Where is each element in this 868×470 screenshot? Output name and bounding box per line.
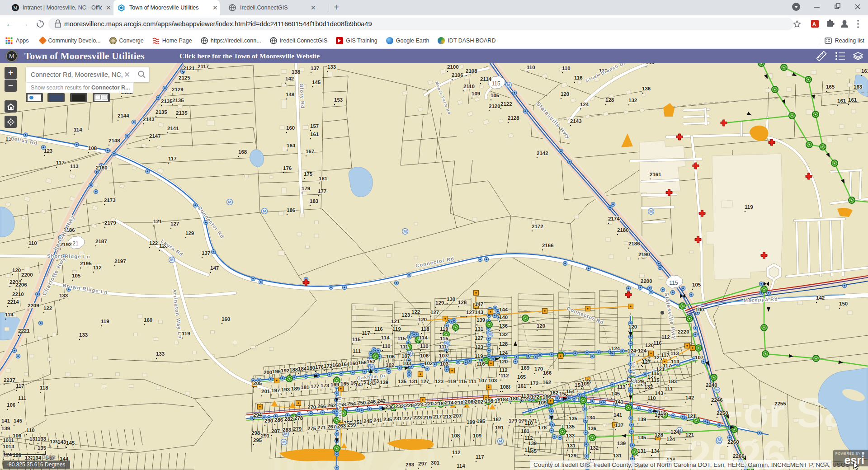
- svg-text:193: 193: [281, 387, 290, 392]
- svg-text:152: 152: [367, 359, 375, 364]
- svg-text:119: 119: [475, 353, 483, 359]
- svg-text:M: M: [170, 258, 174, 262]
- svg-text:184: 184: [298, 366, 307, 371]
- svg-text:108: 108: [451, 433, 460, 438]
- svg-text:131: 131: [567, 443, 576, 448]
- svg-text:2260: 2260: [727, 439, 739, 445]
- svg-text:115: 115: [651, 377, 660, 383]
- svg-text:176: 176: [283, 165, 292, 171]
- svg-text:2108: 2108: [466, 68, 477, 74]
- svg-text:111: 111: [468, 379, 477, 384]
- svg-text:161: 161: [518, 383, 527, 389]
- svg-text:219: 219: [423, 415, 432, 420]
- svg-text:111: 111: [400, 344, 409, 349]
- svg-text:189: 189: [291, 386, 300, 391]
- svg-text:246: 246: [367, 399, 376, 404]
- svg-text:161: 161: [861, 68, 868, 74]
- svg-text:224: 224: [415, 402, 424, 407]
- svg-text:114: 114: [5, 312, 14, 317]
- svg-text:2135: 2135: [161, 99, 173, 104]
- svg-text:275: 275: [307, 426, 316, 431]
- svg-text:124: 124: [666, 437, 675, 442]
- svg-text:128: 128: [458, 300, 467, 305]
- svg-text:135: 135: [569, 416, 578, 421]
- svg-text:254: 254: [347, 401, 356, 406]
- svg-text:120: 120: [537, 323, 545, 329]
- svg-text:141: 141: [615, 399, 624, 404]
- svg-text:139: 139: [637, 417, 646, 422]
- svg-text:259: 259: [347, 422, 356, 428]
- svg-text:2120: 2120: [489, 103, 500, 109]
- svg-text:113: 113: [670, 351, 679, 356]
- svg-text:111: 111: [18, 395, 27, 401]
- svg-text:113: 113: [617, 384, 626, 390]
- svg-text:133: 133: [38, 436, 46, 442]
- svg-text:286: 286: [274, 417, 283, 423]
- svg-text:120: 120: [561, 91, 569, 97]
- svg-text:139: 139: [617, 441, 626, 446]
- svg-text:122: 122: [411, 309, 420, 315]
- svg-text:300ft: 300ft: [42, 454, 56, 461]
- svg-text:108: 108: [500, 384, 509, 390]
- svg-text:191: 191: [495, 425, 504, 430]
- svg-text:112: 112: [661, 334, 670, 340]
- svg-text:115: 115: [352, 337, 361, 342]
- svg-text:161: 161: [837, 98, 846, 103]
- svg-text:2172: 2172: [532, 224, 543, 229]
- svg-text:128: 128: [499, 341, 508, 347]
- svg-text:141: 141: [1, 418, 10, 423]
- svg-text:2240: 2240: [706, 382, 717, 388]
- svg-text:Short Ridge Ln: Short Ridge Ln: [47, 253, 90, 259]
- svg-text:206: 206: [465, 399, 473, 404]
- svg-text:172: 172: [531, 394, 539, 400]
- svg-text:107: 107: [478, 378, 487, 383]
- svg-text:123: 123: [44, 148, 52, 154]
- svg-text:127: 127: [475, 335, 483, 341]
- svg-text:105: 105: [491, 93, 500, 98]
- svg-text:120: 120: [628, 324, 637, 329]
- svg-text:142: 142: [685, 395, 694, 400]
- svg-text:2160: 2160: [96, 165, 108, 170]
- svg-text:117: 117: [56, 160, 65, 165]
- svg-text:270: 270: [307, 404, 316, 410]
- svg-text:250: 250: [357, 400, 366, 405]
- svg-text:278: 278: [294, 415, 303, 421]
- svg-text:176: 176: [315, 364, 324, 370]
- svg-text:2206: 2206: [15, 282, 27, 287]
- svg-text:1013: 1013: [3, 444, 14, 449]
- svg-text:166: 166: [542, 394, 551, 400]
- svg-text:117: 117: [16, 383, 24, 389]
- svg-text:181: 181: [319, 176, 328, 181]
- svg-text:132: 132: [628, 98, 637, 103]
- svg-text:121: 121: [153, 219, 162, 224]
- svg-text:2250: 2250: [717, 410, 728, 416]
- svg-text:130: 130: [447, 296, 455, 302]
- svg-text:266: 266: [317, 404, 326, 409]
- svg-text:110: 110: [26, 428, 35, 433]
- svg-text:136: 136: [588, 426, 596, 431]
- svg-text:214: 214: [445, 400, 454, 405]
- svg-text:262: 262: [327, 403, 336, 408]
- svg-text:109: 109: [581, 381, 590, 386]
- svg-text:135: 135: [637, 435, 646, 440]
- svg-text:148: 148: [286, 92, 295, 97]
- svg-text:129: 129: [568, 453, 576, 458]
- svg-text:140: 140: [499, 315, 508, 320]
- svg-text:122: 122: [149, 240, 158, 246]
- svg-text:2161: 2161: [650, 172, 661, 177]
- svg-text:2210: 2210: [12, 291, 24, 297]
- svg-text:267: 267: [327, 424, 336, 429]
- svg-text:179: 179: [509, 418, 517, 423]
- svg-text:131: 131: [475, 326, 484, 332]
- svg-text:2187: 2187: [95, 239, 107, 244]
- svg-text:2121: 2121: [183, 66, 195, 71]
- svg-text:2214: 2214: [7, 299, 19, 305]
- svg-text:166: 166: [543, 370, 552, 376]
- svg-text:2197: 2197: [114, 258, 126, 264]
- svg-text:198: 198: [485, 398, 494, 404]
- svg-text:139: 139: [528, 441, 537, 446]
- svg-text:124: 124: [627, 348, 637, 353]
- svg-text:119: 119: [440, 326, 448, 332]
- svg-text:180: 180: [510, 396, 519, 401]
- svg-text:124: 124: [580, 102, 589, 107]
